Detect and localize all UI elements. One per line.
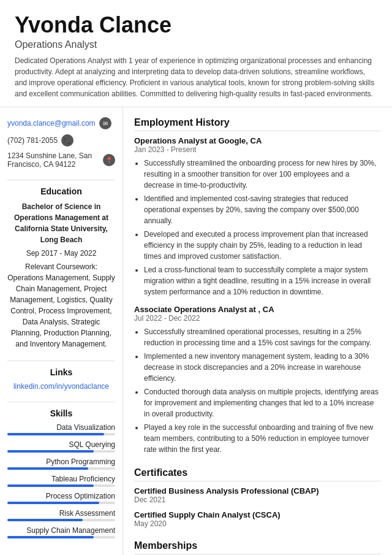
skill-bar-fill — [7, 519, 83, 521]
education-degree: Bachelor of Science in Operations Manage… — [7, 201, 115, 245]
job-bullets: Successfully streamlined operational pro… — [134, 326, 381, 455]
candidate-summary: Dedicated Operations Analyst with 1 year… — [15, 55, 377, 99]
resume-header: Yvonda Clance Operations Analyst Dedicat… — [0, 0, 392, 107]
skill-bar-fill — [7, 467, 88, 470]
main-layout: yvonda.clance@gmail.com ✉ (702) 781-2055… — [0, 107, 392, 555]
cert-item: Certified Supply Chain Analyst (CSCA) Ma… — [134, 510, 381, 528]
skill-label: Tableau Proficiency — [7, 475, 115, 483]
skill-bar-fill — [7, 502, 99, 504]
employment-heading: Employment History — [134, 117, 381, 131]
education-section: Education Bachelor of Science in Operati… — [7, 186, 115, 350]
memberships-section: Memberships Institute for Operations Res… — [134, 540, 381, 555]
cert-name: Certified Supply Chain Analyst (CSCA) — [134, 510, 381, 519]
content-area: Employment History Operations Analyst at… — [123, 107, 392, 555]
skill-item: Tableau Proficiency — [7, 475, 115, 487]
skill-item: Process Optimization — [7, 492, 115, 504]
job-bullets: Successfully streamlined the onboarding … — [134, 158, 381, 297]
memberships-heading: Memberships — [134, 540, 381, 554]
skill-bar-fill — [7, 433, 104, 435]
certificates-heading: Certificates — [134, 467, 381, 481]
skill-item: Data Visualization — [7, 423, 115, 435]
education-dates: Sep 2017 - May 2022 — [7, 248, 115, 259]
skill-bar-bg — [7, 467, 115, 470]
job-title: Operations Analyst at Google, CA — [134, 136, 381, 145]
skill-bar-bg — [7, 519, 115, 521]
address-item: 1234 Sunshine Lane, San Francisco, CA 94… — [7, 151, 115, 169]
job-item: Operations Analyst at Google, CA Jan 202… — [134, 136, 381, 297]
skill-bar-bg — [7, 536, 115, 538]
skill-item: Risk Assessment — [7, 509, 115, 521]
certs-list: Certified Business Analysis Professional… — [134, 486, 381, 528]
skill-item: SQL Querying — [7, 440, 115, 453]
address-text: 1234 Sunshine Lane, San Francisco, CA 94… — [7, 151, 99, 169]
skills-list: Data Visualization SQL Querying Python P… — [7, 423, 115, 538]
job-title: Associate Operations Analyst at , CA — [134, 305, 381, 314]
cert-name: Certified Business Analysis Professional… — [134, 486, 381, 496]
skill-item: Supply Chain Management — [7, 526, 115, 538]
skill-bar-fill — [7, 536, 94, 538]
certificates-section: Certificates Certified Business Analysis… — [134, 467, 381, 528]
bullet-item: Successfully streamlined the onboarding … — [144, 158, 381, 191]
cert-date: Dec 2021 — [134, 496, 381, 504]
skill-bar-bg — [7, 502, 115, 504]
linkedin-link[interactable]: linkedin.com/in/yvondaclance — [7, 382, 115, 391]
sidebar: yvonda.clance@gmail.com ✉ (702) 781-2055… — [0, 107, 123, 555]
bullet-item: Played a key role in the successful onbo… — [144, 422, 381, 455]
cert-date: May 2020 — [134, 519, 381, 528]
cert-item: Certified Business Analysis Professional… — [134, 486, 381, 504]
skill-bar-bg — [7, 450, 115, 453]
skill-bar-fill — [7, 484, 94, 487]
skill-bar-bg — [7, 484, 115, 487]
employment-section: Employment History Operations Analyst at… — [134, 117, 381, 455]
skill-item: Python Programming — [7, 457, 115, 470]
jobs-list: Operations Analyst at Google, CA Jan 202… — [134, 136, 381, 455]
email-icon: ✉ — [99, 117, 111, 129]
bullet-item: Developed and executed a process improve… — [144, 229, 381, 262]
bullet-item: Led a cross-functional team to successfu… — [144, 264, 381, 297]
phone-icon: 📞 — [61, 134, 74, 147]
links-heading: Links — [7, 367, 115, 377]
candidate-title: Operations Analyst — [15, 39, 377, 50]
job-date: Jan 2023 - Present — [134, 145, 381, 154]
job-date: Jul 2022 - Dec 2022 — [134, 314, 381, 323]
skill-label: Python Programming — [7, 457, 115, 466]
skill-label: Supply Chain Management — [7, 526, 115, 535]
email-link[interactable]: yvonda.clance@gmail.com — [7, 119, 96, 128]
bullet-item: Identified and implemented cost-saving s… — [144, 193, 381, 226]
skills-section: Skills Data Visualization SQL Querying P… — [7, 408, 115, 538]
phone-item: (702) 781-2055 📞 — [7, 134, 115, 147]
skill-label: Risk Assessment — [7, 509, 115, 518]
location-icon: 📍 — [103, 154, 115, 166]
education-heading: Education — [7, 186, 115, 196]
education-coursework: Relevant Coursework: Operations Manageme… — [7, 261, 115, 350]
skill-bar-fill — [7, 450, 94, 453]
contact-section: yvonda.clance@gmail.com ✉ (702) 781-2055… — [7, 117, 115, 169]
bullet-item: Conducted thorough data analysis on mult… — [144, 386, 381, 419]
skill-label: Data Visualization — [7, 423, 115, 432]
skills-heading: Skills — [7, 408, 115, 418]
links-section: Links linkedin.com/in/yvondaclance — [7, 367, 115, 391]
skill-label: SQL Querying — [7, 440, 115, 449]
bullet-item: Implemented a new inventory management s… — [144, 351, 381, 384]
candidate-name: Yvonda Clance — [15, 12, 377, 38]
skill-label: Process Optimization — [7, 492, 115, 500]
email-item: yvonda.clance@gmail.com ✉ — [7, 117, 115, 129]
phone-text: (702) 781-2055 — [7, 136, 58, 145]
bullet-item: Successfully streamlined operational pro… — [144, 326, 381, 348]
job-item: Associate Operations Analyst at , CA Jul… — [134, 305, 381, 455]
skill-bar-bg — [7, 433, 115, 435]
